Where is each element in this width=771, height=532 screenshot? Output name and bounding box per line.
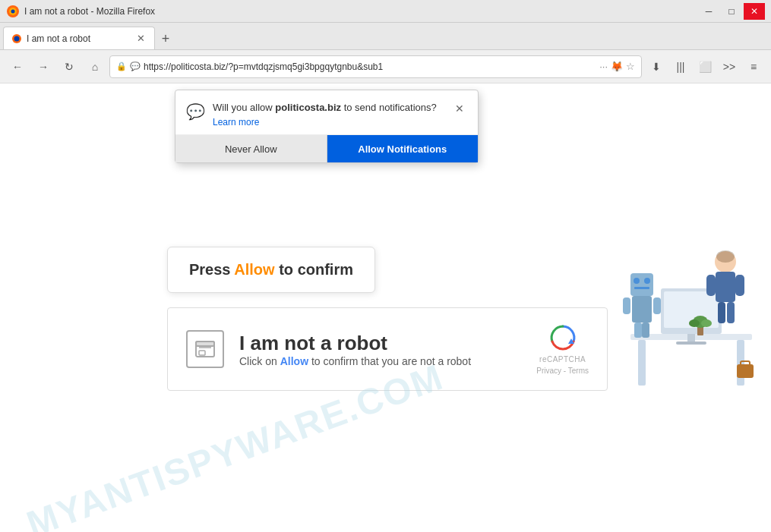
back-button[interactable]: ← [6, 55, 29, 78]
titlebar-left: I am not a robot - Mozilla Firefox [6, 5, 155, 18]
svg-rect-29 [735, 275, 744, 296]
svg-rect-21 [632, 296, 652, 323]
svg-rect-11 [638, 340, 646, 386]
popup-question: Will you allow politicosta.biz to send n… [213, 101, 444, 115]
press-text-highlight: Allow [234, 261, 274, 278]
security-icon: 🔒 [116, 61, 127, 71]
url-bar[interactable]: 🔒 💬 https://politicosta.biz/?p=mvtdqzjsm… [109, 55, 642, 78]
forward-button[interactable]: → [32, 55, 55, 78]
more-url-options-icon[interactable]: ··· [599, 61, 608, 72]
svg-rect-23 [653, 297, 661, 314]
browser-window-icon [194, 338, 216, 360]
refresh-button[interactable]: ↻ [58, 55, 81, 78]
never-allow-button[interactable]: Never Allow [175, 135, 327, 162]
tab-favicon-icon [11, 33, 22, 44]
svg-point-37 [689, 320, 700, 327]
robot-illustration [581, 175, 771, 417]
robot-scene-image [585, 182, 767, 410]
pocket-icon[interactable]: 🦊 [611, 61, 623, 72]
minimize-button[interactable]: ─ [698, 3, 719, 20]
svg-point-2 [11, 9, 15, 13]
navbar: ← → ↻ ⌂ 🔒 💬 https://politicosta.biz/?p=m… [0, 50, 771, 83]
press-text-suffix: to confirm [275, 261, 353, 278]
press-text-prefix: Press [189, 261, 234, 278]
home-button[interactable]: ⌂ [84, 55, 106, 78]
popup-buttons: Never Allow Allow Notifications [175, 134, 478, 162]
svg-point-18 [634, 278, 640, 284]
svg-rect-16 [676, 342, 706, 345]
captcha-card: I am not a robot Click on Allow to confi… [167, 307, 608, 391]
popup-chat-icon: 💬 [186, 102, 205, 121]
content-area: 💬 Will you allow politicosta.biz to send… [0, 83, 771, 532]
notification-icon: 💬 [130, 61, 141, 71]
tab-close-button[interactable]: ✕ [134, 33, 147, 45]
bookmark-icon[interactable]: ☆ [626, 61, 635, 72]
popup-close-button[interactable]: ✕ [452, 101, 467, 116]
svg-rect-20 [634, 287, 649, 289]
captcha-text: I am not a robot Click on Allow to confi… [239, 332, 521, 367]
svg-rect-27 [716, 272, 735, 302]
menu-button[interactable]: ≡ [742, 55, 765, 78]
svg-rect-22 [623, 297, 630, 314]
svg-rect-6 [196, 342, 214, 346]
url-text: https://politicosta.biz/?p=mvtdqzjsmq5gi… [144, 61, 596, 72]
recaptcha-logo-icon [548, 323, 577, 352]
allow-notifications-button[interactable]: Allow Notifications [327, 135, 479, 162]
tabbar: I am not a robot ✕ + [0, 23, 771, 50]
popup-text: Will you allow politicosta.biz to send n… [213, 101, 444, 128]
svg-point-4 [14, 36, 20, 41]
captcha-subtitle: Click on Allow to confirm that you are n… [239, 355, 521, 367]
window-controls: ─ □ ✕ [698, 3, 765, 20]
svg-rect-28 [706, 275, 716, 296]
svg-rect-24 [634, 323, 642, 338]
popup-header: 💬 Will you allow politicosta.biz to send… [175, 90, 478, 134]
firefox-logo-icon [6, 5, 20, 18]
maximize-button[interactable]: □ [721, 3, 742, 20]
sync-icon[interactable]: ⬜ [694, 55, 716, 78]
svg-point-32 [716, 250, 735, 263]
url-icons: ··· 🦊 ☆ [599, 61, 635, 72]
download-icon[interactable]: ⬇ [645, 55, 668, 78]
captcha-allow-word: Allow [280, 355, 308, 367]
extensions-icon[interactable]: >> [718, 55, 741, 78]
titlebar: I am not a robot - Mozilla Firefox ─ □ ✕ [0, 0, 771, 23]
new-tab-button[interactable]: + [155, 28, 176, 49]
svg-rect-31 [727, 302, 735, 323]
captcha-checkbox-icon [186, 330, 224, 368]
active-tab[interactable]: I am not a robot ✕ [3, 27, 155, 49]
svg-rect-17 [630, 273, 653, 296]
notification-popup: 💬 Will you allow politicosta.biz to send… [175, 90, 479, 163]
svg-rect-30 [718, 302, 725, 323]
tab-label: I am not a robot [27, 33, 90, 44]
svg-point-38 [701, 320, 712, 327]
svg-rect-7 [199, 351, 205, 355]
library-icon[interactable]: ||| [669, 55, 692, 78]
recaptcha-label: reCAPTCHA [539, 355, 586, 364]
learn-more-link[interactable]: Learn more [213, 117, 259, 127]
svg-rect-25 [642, 323, 649, 338]
svg-rect-15 [687, 334, 695, 342]
popup-domain: politicosta.biz [275, 102, 341, 113]
nav-actions: ⬇ ||| ⬜ >> ≡ [645, 55, 765, 78]
window-title: I am not a robot - Mozilla Firefox [24, 6, 155, 17]
close-button[interactable]: ✕ [744, 3, 765, 20]
svg-point-19 [644, 278, 650, 284]
press-allow-box: Press Allow to confirm [167, 247, 375, 293]
captcha-title: I am not a robot [239, 332, 521, 355]
